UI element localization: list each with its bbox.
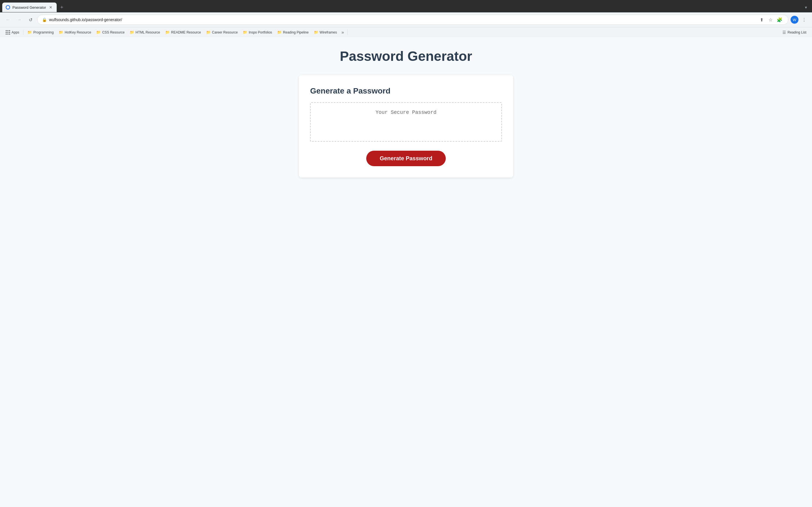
url-bar-actions: ⬆ ☆ 🧩 (758, 16, 783, 24)
bookmarks-more-button[interactable]: » (340, 29, 346, 36)
card-heading: Generate a Password (310, 87, 502, 96)
bookmark-apps[interactable]: Apps (3, 29, 21, 36)
extension-button[interactable]: 🧩 (776, 16, 783, 24)
folder-icon: 📁 (165, 30, 170, 34)
folder-icon: 📁 (277, 30, 282, 34)
tab-bar: Password Generator ✕ + ▾ (0, 0, 812, 12)
bookmark-inspo-label: Inspo Portfolios (249, 31, 272, 34)
new-tab-button[interactable]: + (58, 3, 66, 11)
apps-grid-icon (6, 30, 10, 35)
bookmarks-bar: Apps 📁 Programming 📁 HotKey Resource 📁 C… (0, 27, 812, 37)
generate-password-button[interactable]: Generate Password (366, 151, 446, 166)
bookmark-css[interactable]: 📁 CSS Resource (94, 29, 126, 36)
folder-icon: 📁 (59, 30, 63, 34)
tab-bar-right: ▾ (802, 3, 810, 11)
bookmark-css-label: CSS Resource (102, 31, 124, 34)
tab-favicon (6, 5, 10, 10)
active-tab[interactable]: Password Generator ✕ (2, 3, 57, 12)
reading-list-label: Reading List (788, 31, 806, 34)
address-bar: ← → ↺ 🔒 wulfsounds.github.io/password-ge… (0, 12, 812, 27)
bookmark-readme[interactable]: 📁 README Resource (163, 29, 203, 36)
folder-icon: 📁 (28, 30, 32, 34)
reading-list-icon: ☰ (782, 30, 786, 35)
tab-title: Password Generator (12, 5, 46, 10)
bookmark-html-label: HTML Resource (136, 31, 160, 34)
reload-button[interactable]: ↺ (26, 15, 35, 24)
tab-close-button[interactable]: ✕ (48, 5, 53, 10)
forward-button[interactable]: → (15, 15, 24, 24)
password-display-area: Your Secure Password (310, 102, 502, 142)
password-placeholder-text: Your Secure Password (375, 110, 437, 115)
bookmark-inspo[interactable]: 📁 Inspo Portfolios (241, 29, 274, 36)
bookmark-readme-label: README Resource (171, 31, 201, 34)
bookmark-career-label: Career Resource (212, 31, 238, 34)
browser-chrome: Password Generator ✕ + ▾ ← → ↺ 🔒 wulfsou… (0, 0, 812, 37)
folder-icon: 📁 (314, 30, 318, 34)
page-title: Password Generator (340, 48, 472, 64)
bookmark-divider-2 (347, 30, 348, 35)
menu-button[interactable]: ⋮ (800, 15, 809, 24)
bookmark-hotkey[interactable]: 📁 HotKey Resource (56, 29, 93, 36)
folder-icon: 📁 (130, 30, 134, 34)
bookmark-wireframes[interactable]: 📁 Wireframes (312, 29, 339, 36)
share-button[interactable]: ⬆ (758, 16, 765, 24)
tab-dropdown-button[interactable]: ▾ (802, 3, 810, 11)
bookmark-programming[interactable]: 📁 Programming (25, 29, 56, 36)
url-text: wulfsounds.github.io/password-generator/ (49, 17, 755, 22)
bookmark-programming-label: Programming (33, 31, 54, 34)
bookmark-hotkey-label: HotKey Resource (64, 31, 91, 34)
reading-list-button[interactable]: ☰ Reading List (780, 29, 809, 36)
lock-icon: 🔒 (42, 17, 47, 22)
page-content: Password Generator Generate a Password Y… (0, 37, 812, 507)
bookmark-html[interactable]: 📁 HTML Resource (128, 29, 162, 36)
folder-icon: 📁 (243, 30, 247, 34)
folder-icon: 📁 (206, 30, 211, 34)
password-card: Generate a Password Your Secure Password… (299, 75, 513, 177)
bookmark-star-button[interactable]: ☆ (767, 16, 774, 24)
bookmark-reading-pipeline-label: Reading Pipeline (283, 31, 309, 34)
profile-button[interactable]: W (791, 16, 799, 24)
browser-actions: W ⋮ (791, 15, 809, 24)
bookmark-career[interactable]: 📁 Career Resource (204, 29, 240, 36)
bookmark-apps-label: Apps (11, 31, 19, 34)
bookmark-wireframes-label: Wireframes (320, 31, 337, 34)
svg-point-0 (6, 6, 9, 9)
bookmark-reading-pipeline[interactable]: 📁 Reading Pipeline (275, 29, 311, 36)
bookmark-divider (23, 30, 23, 35)
url-bar[interactable]: 🔒 wulfsounds.github.io/password-generato… (37, 15, 788, 25)
folder-icon: 📁 (96, 30, 101, 34)
back-button[interactable]: ← (3, 15, 12, 24)
